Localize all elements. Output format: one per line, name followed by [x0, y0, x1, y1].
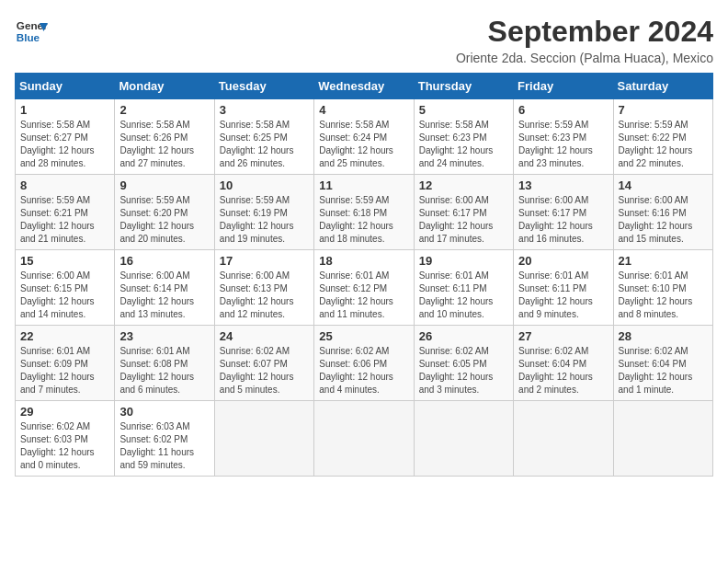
calendar-cell: 8Sunrise: 5:59 AM Sunset: 6:21 PM Daylig…: [16, 175, 115, 250]
calendar-cell: 10Sunrise: 5:59 AM Sunset: 6:19 PM Dayli…: [214, 175, 313, 250]
day-number: 17: [220, 254, 309, 268]
calendar-cell: 25Sunrise: 6:02 AM Sunset: 6:06 PM Dayli…: [314, 326, 414, 401]
day-info: Sunrise: 6:01 AM Sunset: 6:12 PM Dayligh…: [319, 270, 408, 321]
calendar-table: SundayMondayTuesdayWednesdayThursdayFrid…: [15, 73, 713, 477]
logo-icon: General Blue: [15, 15, 48, 48]
weekday-header-monday: Monday: [115, 74, 214, 99]
day-number: 9: [119, 178, 209, 192]
day-info: Sunrise: 6:02 AM Sunset: 6:04 PM Dayligh…: [518, 345, 608, 396]
day-number: 6: [518, 103, 608, 117]
calendar-cell: 17Sunrise: 6:00 AM Sunset: 6:13 PM Dayli…: [214, 250, 313, 326]
calendar-cell: 2Sunrise: 5:58 AM Sunset: 6:26 PM Daylig…: [115, 99, 214, 175]
day-number: 20: [518, 254, 608, 268]
day-number: 26: [419, 329, 508, 343]
calendar-cell: 12Sunrise: 6:00 AM Sunset: 6:17 PM Dayli…: [414, 175, 513, 250]
day-info: Sunrise: 6:02 AM Sunset: 6:03 PM Dayligh…: [20, 420, 109, 472]
calendar-cell: [514, 401, 613, 477]
title-block: September 2024 Oriente 2da. Seccion (Pal…: [456, 15, 713, 65]
day-number: 1: [20, 103, 109, 117]
calendar-cell: 6Sunrise: 5:59 AM Sunset: 6:23 PM Daylig…: [514, 99, 613, 175]
day-number: 14: [619, 178, 708, 192]
calendar-title: September 2024: [456, 15, 713, 49]
day-number: 8: [20, 178, 109, 192]
calendar-cell: 24Sunrise: 6:02 AM Sunset: 6:07 PM Dayli…: [214, 326, 313, 401]
day-number: 16: [119, 254, 209, 268]
day-info: Sunrise: 6:02 AM Sunset: 6:04 PM Dayligh…: [619, 345, 708, 396]
day-info: Sunrise: 5:59 AM Sunset: 6:22 PM Dayligh…: [619, 119, 708, 170]
day-number: 25: [319, 329, 408, 343]
day-info: Sunrise: 5:58 AM Sunset: 6:24 PM Dayligh…: [319, 119, 408, 170]
calendar-subtitle: Oriente 2da. Seccion (Palma Huaca), Mexi…: [456, 51, 713, 65]
weekday-header-saturday: Saturday: [613, 74, 712, 99]
day-number: 24: [220, 329, 309, 343]
calendar-week-row: 29Sunrise: 6:02 AM Sunset: 6:03 PM Dayli…: [16, 401, 713, 477]
weekday-header-friday: Friday: [514, 74, 613, 99]
day-info: Sunrise: 6:01 AM Sunset: 6:11 PM Dayligh…: [518, 270, 608, 321]
day-info: Sunrise: 5:59 AM Sunset: 6:20 PM Dayligh…: [119, 194, 209, 246]
day-number: 27: [518, 329, 608, 343]
calendar-cell: 5Sunrise: 5:58 AM Sunset: 6:23 PM Daylig…: [414, 99, 513, 175]
day-info: Sunrise: 5:59 AM Sunset: 6:21 PM Dayligh…: [20, 194, 109, 246]
calendar-cell: 3Sunrise: 5:58 AM Sunset: 6:25 PM Daylig…: [214, 99, 313, 175]
day-info: Sunrise: 6:00 AM Sunset: 6:17 PM Dayligh…: [518, 194, 608, 246]
day-info: Sunrise: 6:00 AM Sunset: 6:17 PM Dayligh…: [419, 194, 508, 246]
calendar-cell: 21Sunrise: 6:01 AM Sunset: 6:10 PM Dayli…: [613, 250, 712, 326]
day-number: 7: [619, 103, 708, 117]
day-info: Sunrise: 6:01 AM Sunset: 6:10 PM Dayligh…: [619, 270, 708, 321]
weekday-header-sunday: Sunday: [16, 74, 115, 99]
page-header: General Blue September 2024 Oriente 2da.…: [15, 15, 713, 65]
calendar-cell: 7Sunrise: 5:59 AM Sunset: 6:22 PM Daylig…: [613, 99, 712, 175]
day-number: 13: [518, 178, 608, 192]
day-number: 2: [119, 103, 209, 117]
calendar-cell: [613, 401, 712, 477]
calendar-cell: 9Sunrise: 5:59 AM Sunset: 6:20 PM Daylig…: [115, 175, 214, 250]
day-info: Sunrise: 6:00 AM Sunset: 6:15 PM Dayligh…: [20, 270, 109, 321]
day-number: 12: [419, 178, 508, 192]
day-info: Sunrise: 6:02 AM Sunset: 6:05 PM Dayligh…: [419, 345, 508, 396]
calendar-cell: [314, 401, 414, 477]
weekday-header-row: SundayMondayTuesdayWednesdayThursdayFrid…: [16, 74, 713, 99]
day-info: Sunrise: 5:59 AM Sunset: 6:19 PM Dayligh…: [220, 194, 309, 246]
calendar-cell: 18Sunrise: 6:01 AM Sunset: 6:12 PM Dayli…: [314, 250, 414, 326]
day-info: Sunrise: 5:58 AM Sunset: 6:23 PM Dayligh…: [419, 119, 508, 170]
calendar-cell: 11Sunrise: 5:59 AM Sunset: 6:18 PM Dayli…: [314, 175, 414, 250]
day-info: Sunrise: 6:00 AM Sunset: 6:13 PM Dayligh…: [220, 270, 309, 321]
day-number: 22: [20, 329, 109, 343]
day-info: Sunrise: 5:59 AM Sunset: 6:23 PM Dayligh…: [518, 119, 608, 170]
day-info: Sunrise: 6:02 AM Sunset: 6:06 PM Dayligh…: [319, 345, 408, 396]
day-number: 30: [119, 405, 209, 419]
calendar-cell: 27Sunrise: 6:02 AM Sunset: 6:04 PM Dayli…: [514, 326, 613, 401]
day-number: 29: [20, 405, 109, 419]
calendar-cell: 15Sunrise: 6:00 AM Sunset: 6:15 PM Dayli…: [16, 250, 115, 326]
calendar-week-row: 1Sunrise: 5:58 AM Sunset: 6:27 PM Daylig…: [16, 99, 713, 175]
day-info: Sunrise: 5:58 AM Sunset: 6:26 PM Dayligh…: [119, 119, 209, 170]
svg-text:Blue: Blue: [17, 31, 40, 43]
weekday-header-thursday: Thursday: [414, 74, 513, 99]
calendar-cell: 19Sunrise: 6:01 AM Sunset: 6:11 PM Dayli…: [414, 250, 513, 326]
day-info: Sunrise: 6:03 AM Sunset: 6:02 PM Dayligh…: [119, 420, 209, 472]
weekday-header-wednesday: Wednesday: [314, 74, 414, 99]
calendar-cell: 14Sunrise: 6:00 AM Sunset: 6:16 PM Dayli…: [613, 175, 712, 250]
calendar-week-row: 15Sunrise: 6:00 AM Sunset: 6:15 PM Dayli…: [16, 250, 713, 326]
calendar-cell: [414, 401, 513, 477]
day-number: 19: [419, 254, 508, 268]
day-info: Sunrise: 5:58 AM Sunset: 6:25 PM Dayligh…: [220, 119, 309, 170]
day-number: 28: [619, 329, 708, 343]
day-number: 4: [319, 103, 408, 117]
calendar-cell: 13Sunrise: 6:00 AM Sunset: 6:17 PM Dayli…: [514, 175, 613, 250]
day-info: Sunrise: 6:00 AM Sunset: 6:16 PM Dayligh…: [619, 194, 708, 246]
day-number: 11: [319, 178, 408, 192]
calendar-week-row: 8Sunrise: 5:59 AM Sunset: 6:21 PM Daylig…: [16, 175, 713, 250]
day-info: Sunrise: 6:01 AM Sunset: 6:11 PM Dayligh…: [419, 270, 508, 321]
day-info: Sunrise: 6:00 AM Sunset: 6:14 PM Dayligh…: [119, 270, 209, 321]
day-info: Sunrise: 6:02 AM Sunset: 6:07 PM Dayligh…: [220, 345, 309, 396]
day-number: 5: [419, 103, 508, 117]
day-info: Sunrise: 6:01 AM Sunset: 6:08 PM Dayligh…: [119, 345, 209, 396]
logo: General Blue: [15, 15, 48, 48]
calendar-cell: 22Sunrise: 6:01 AM Sunset: 6:09 PM Dayli…: [16, 326, 115, 401]
calendar-cell: 20Sunrise: 6:01 AM Sunset: 6:11 PM Dayli…: [514, 250, 613, 326]
calendar-cell: 30Sunrise: 6:03 AM Sunset: 6:02 PM Dayli…: [115, 401, 214, 477]
day-number: 21: [619, 254, 708, 268]
calendar-cell: 28Sunrise: 6:02 AM Sunset: 6:04 PM Dayli…: [613, 326, 712, 401]
day-number: 3: [220, 103, 309, 117]
